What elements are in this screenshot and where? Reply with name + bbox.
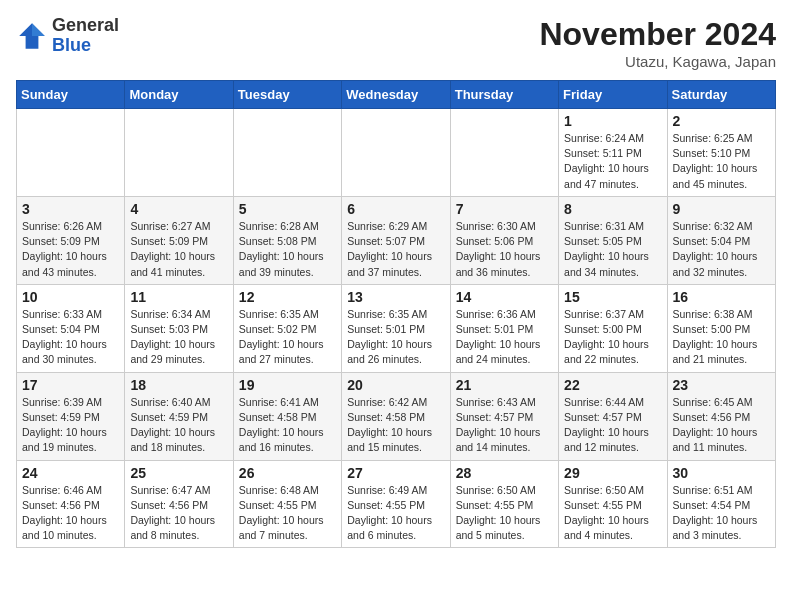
day-number: 21	[456, 377, 553, 393]
day-number: 28	[456, 465, 553, 481]
logo-icon	[16, 20, 48, 52]
day-info: Sunrise: 6:50 AM Sunset: 4:55 PM Dayligh…	[564, 483, 661, 544]
day-info: Sunrise: 6:25 AM Sunset: 5:10 PM Dayligh…	[673, 131, 770, 192]
day-number: 8	[564, 201, 661, 217]
day-info: Sunrise: 6:34 AM Sunset: 5:03 PM Dayligh…	[130, 307, 227, 368]
calendar-cell	[17, 109, 125, 197]
weekday-header: Tuesday	[233, 81, 341, 109]
day-info: Sunrise: 6:35 AM Sunset: 5:01 PM Dayligh…	[347, 307, 444, 368]
calendar-cell: 18Sunrise: 6:40 AM Sunset: 4:59 PM Dayli…	[125, 372, 233, 460]
header: General Blue November 2024 Utazu, Kagawa…	[16, 16, 776, 70]
weekday-header: Monday	[125, 81, 233, 109]
day-number: 18	[130, 377, 227, 393]
calendar-cell: 22Sunrise: 6:44 AM Sunset: 4:57 PM Dayli…	[559, 372, 667, 460]
svg-marker-1	[32, 23, 45, 36]
day-number: 3	[22, 201, 119, 217]
day-info: Sunrise: 6:43 AM Sunset: 4:57 PM Dayligh…	[456, 395, 553, 456]
calendar-cell: 27Sunrise: 6:49 AM Sunset: 4:55 PM Dayli…	[342, 460, 450, 548]
calendar-week-row: 3Sunrise: 6:26 AM Sunset: 5:09 PM Daylig…	[17, 196, 776, 284]
calendar-cell: 6Sunrise: 6:29 AM Sunset: 5:07 PM Daylig…	[342, 196, 450, 284]
day-info: Sunrise: 6:49 AM Sunset: 4:55 PM Dayligh…	[347, 483, 444, 544]
calendar-cell: 25Sunrise: 6:47 AM Sunset: 4:56 PM Dayli…	[125, 460, 233, 548]
calendar-cell: 1Sunrise: 6:24 AM Sunset: 5:11 PM Daylig…	[559, 109, 667, 197]
day-info: Sunrise: 6:24 AM Sunset: 5:11 PM Dayligh…	[564, 131, 661, 192]
calendar-cell: 30Sunrise: 6:51 AM Sunset: 4:54 PM Dayli…	[667, 460, 775, 548]
day-info: Sunrise: 6:38 AM Sunset: 5:00 PM Dayligh…	[673, 307, 770, 368]
calendar-cell: 5Sunrise: 6:28 AM Sunset: 5:08 PM Daylig…	[233, 196, 341, 284]
weekday-header: Saturday	[667, 81, 775, 109]
day-info: Sunrise: 6:30 AM Sunset: 5:06 PM Dayligh…	[456, 219, 553, 280]
calendar-cell	[233, 109, 341, 197]
calendar-cell: 28Sunrise: 6:50 AM Sunset: 4:55 PM Dayli…	[450, 460, 558, 548]
day-number: 16	[673, 289, 770, 305]
day-number: 23	[673, 377, 770, 393]
calendar-cell: 15Sunrise: 6:37 AM Sunset: 5:00 PM Dayli…	[559, 284, 667, 372]
day-info: Sunrise: 6:27 AM Sunset: 5:09 PM Dayligh…	[130, 219, 227, 280]
day-info: Sunrise: 6:26 AM Sunset: 5:09 PM Dayligh…	[22, 219, 119, 280]
calendar-cell: 10Sunrise: 6:33 AM Sunset: 5:04 PM Dayli…	[17, 284, 125, 372]
day-number: 22	[564, 377, 661, 393]
day-number: 4	[130, 201, 227, 217]
day-info: Sunrise: 6:41 AM Sunset: 4:58 PM Dayligh…	[239, 395, 336, 456]
weekday-header: Thursday	[450, 81, 558, 109]
day-number: 25	[130, 465, 227, 481]
calendar-cell: 16Sunrise: 6:38 AM Sunset: 5:00 PM Dayli…	[667, 284, 775, 372]
calendar-week-row: 17Sunrise: 6:39 AM Sunset: 4:59 PM Dayli…	[17, 372, 776, 460]
day-info: Sunrise: 6:40 AM Sunset: 4:59 PM Dayligh…	[130, 395, 227, 456]
day-info: Sunrise: 6:35 AM Sunset: 5:02 PM Dayligh…	[239, 307, 336, 368]
day-number: 30	[673, 465, 770, 481]
logo: General Blue	[16, 16, 119, 56]
day-number: 24	[22, 465, 119, 481]
day-info: Sunrise: 6:28 AM Sunset: 5:08 PM Dayligh…	[239, 219, 336, 280]
day-number: 13	[347, 289, 444, 305]
calendar-week-row: 24Sunrise: 6:46 AM Sunset: 4:56 PM Dayli…	[17, 460, 776, 548]
calendar-cell: 23Sunrise: 6:45 AM Sunset: 4:56 PM Dayli…	[667, 372, 775, 460]
calendar-cell: 9Sunrise: 6:32 AM Sunset: 5:04 PM Daylig…	[667, 196, 775, 284]
day-info: Sunrise: 6:50 AM Sunset: 4:55 PM Dayligh…	[456, 483, 553, 544]
calendar-cell: 11Sunrise: 6:34 AM Sunset: 5:03 PM Dayli…	[125, 284, 233, 372]
day-number: 15	[564, 289, 661, 305]
day-info: Sunrise: 6:36 AM Sunset: 5:01 PM Dayligh…	[456, 307, 553, 368]
logo-text: General Blue	[52, 16, 119, 56]
calendar-cell: 2Sunrise: 6:25 AM Sunset: 5:10 PM Daylig…	[667, 109, 775, 197]
day-info: Sunrise: 6:31 AM Sunset: 5:05 PM Dayligh…	[564, 219, 661, 280]
calendar-cell: 7Sunrise: 6:30 AM Sunset: 5:06 PM Daylig…	[450, 196, 558, 284]
calendar-cell: 4Sunrise: 6:27 AM Sunset: 5:09 PM Daylig…	[125, 196, 233, 284]
day-number: 12	[239, 289, 336, 305]
day-info: Sunrise: 6:45 AM Sunset: 4:56 PM Dayligh…	[673, 395, 770, 456]
day-number: 17	[22, 377, 119, 393]
calendar-cell: 24Sunrise: 6:46 AM Sunset: 4:56 PM Dayli…	[17, 460, 125, 548]
calendar-cell: 3Sunrise: 6:26 AM Sunset: 5:09 PM Daylig…	[17, 196, 125, 284]
day-number: 27	[347, 465, 444, 481]
weekday-header-row: SundayMondayTuesdayWednesdayThursdayFrid…	[17, 81, 776, 109]
day-number: 10	[22, 289, 119, 305]
calendar-cell: 21Sunrise: 6:43 AM Sunset: 4:57 PM Dayli…	[450, 372, 558, 460]
day-number: 19	[239, 377, 336, 393]
calendar-week-row: 1Sunrise: 6:24 AM Sunset: 5:11 PM Daylig…	[17, 109, 776, 197]
calendar-cell: 13Sunrise: 6:35 AM Sunset: 5:01 PM Dayli…	[342, 284, 450, 372]
day-info: Sunrise: 6:39 AM Sunset: 4:59 PM Dayligh…	[22, 395, 119, 456]
calendar-cell: 12Sunrise: 6:35 AM Sunset: 5:02 PM Dayli…	[233, 284, 341, 372]
day-number: 14	[456, 289, 553, 305]
day-number: 6	[347, 201, 444, 217]
calendar-cell: 26Sunrise: 6:48 AM Sunset: 4:55 PM Dayli…	[233, 460, 341, 548]
weekday-header: Wednesday	[342, 81, 450, 109]
day-info: Sunrise: 6:42 AM Sunset: 4:58 PM Dayligh…	[347, 395, 444, 456]
weekday-header: Friday	[559, 81, 667, 109]
day-number: 1	[564, 113, 661, 129]
day-info: Sunrise: 6:44 AM Sunset: 4:57 PM Dayligh…	[564, 395, 661, 456]
day-number: 7	[456, 201, 553, 217]
day-info: Sunrise: 6:33 AM Sunset: 5:04 PM Dayligh…	[22, 307, 119, 368]
day-number: 9	[673, 201, 770, 217]
weekday-header: Sunday	[17, 81, 125, 109]
calendar-cell: 19Sunrise: 6:41 AM Sunset: 4:58 PM Dayli…	[233, 372, 341, 460]
logo-general-text: General	[52, 16, 119, 36]
day-info: Sunrise: 6:32 AM Sunset: 5:04 PM Dayligh…	[673, 219, 770, 280]
location: Utazu, Kagawa, Japan	[539, 53, 776, 70]
day-number: 20	[347, 377, 444, 393]
day-info: Sunrise: 6:48 AM Sunset: 4:55 PM Dayligh…	[239, 483, 336, 544]
day-info: Sunrise: 6:51 AM Sunset: 4:54 PM Dayligh…	[673, 483, 770, 544]
day-number: 2	[673, 113, 770, 129]
day-number: 5	[239, 201, 336, 217]
day-info: Sunrise: 6:47 AM Sunset: 4:56 PM Dayligh…	[130, 483, 227, 544]
